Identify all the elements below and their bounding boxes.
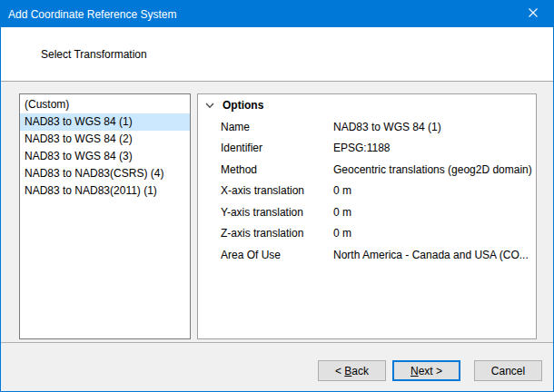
cancel-button[interactable]: Cancel [474,360,542,381]
option-value: Geocentric translations (geog2D domain) [333,163,536,176]
option-row-area-of-use: Area Of Use North America - Canada and U… [198,244,536,266]
options-panel: Options Name NAD83 to WGS 84 (1) Identif… [197,93,537,339]
option-value: EPSG:1188 [333,142,536,154]
option-value: 0 m [333,206,536,219]
list-item[interactable]: NAD83 to WGS 84 (1) [20,113,190,131]
list-item[interactable]: (Custom) [20,96,190,113]
list-item[interactable]: NAD83 to NAD83(CSRS) (4) [20,165,190,182]
transformation-list[interactable]: (Custom) NAD83 to WGS 84 (1) NAD83 to WG… [19,93,191,339]
option-label: Z-axis translation [221,227,333,240]
option-value: North America - Canada and USA (CO... [333,249,536,261]
chevron-down-icon [205,103,214,109]
option-row-y-translation: Y-axis translation 0 m [198,201,536,223]
close-button[interactable] [512,1,553,27]
option-row-name: Name NAD83 to WGS 84 (1) [198,116,536,138]
option-value: NAD83 to WGS 84 (1) [333,121,536,133]
step-title: Select Transformation [1,48,147,61]
option-label: X-axis translation [221,184,333,197]
option-row-x-translation: X-axis translation 0 m [198,181,536,202]
add-crs-dialog: Add Coordinate Reference System Select T… [0,0,554,392]
option-value: 0 m [333,227,536,240]
dialog-body: (Custom) NAD83 to WGS 84 (1) NAD83 to WG… [1,83,553,343]
wizard-header: Select Transformation [1,27,553,82]
option-row-identifier: Identifier EPSG:1188 [198,138,536,160]
option-label: Y-axis translation [221,206,333,219]
option-row-z-translation: Z-axis translation 0 m [198,223,536,245]
option-label: Name [221,121,333,133]
option-row-method: Method Geocentric translations (geog2D d… [198,159,536,181]
list-item[interactable]: NAD83 to NAD83(2011) (1) [20,182,190,200]
window-title: Add Coordinate Reference System [1,8,512,21]
option-value: 0 m [333,184,536,197]
option-label: Area Of Use [221,249,333,261]
back-button[interactable]: < Back [318,360,386,381]
list-item[interactable]: NAD83 to WGS 84 (2) [20,131,190,148]
titlebar[interactable]: Add Coordinate Reference System [1,1,553,27]
options-title: Options [223,99,263,112]
close-icon [528,7,539,21]
option-label: Method [221,163,333,176]
next-button[interactable]: Next > [392,360,460,381]
option-label: Identifier [221,142,333,154]
button-bar: < Back Next > Cancel [1,344,553,391]
list-item[interactable]: NAD83 to WGS 84 (3) [20,148,190,165]
options-group-header[interactable]: Options [198,94,536,116]
